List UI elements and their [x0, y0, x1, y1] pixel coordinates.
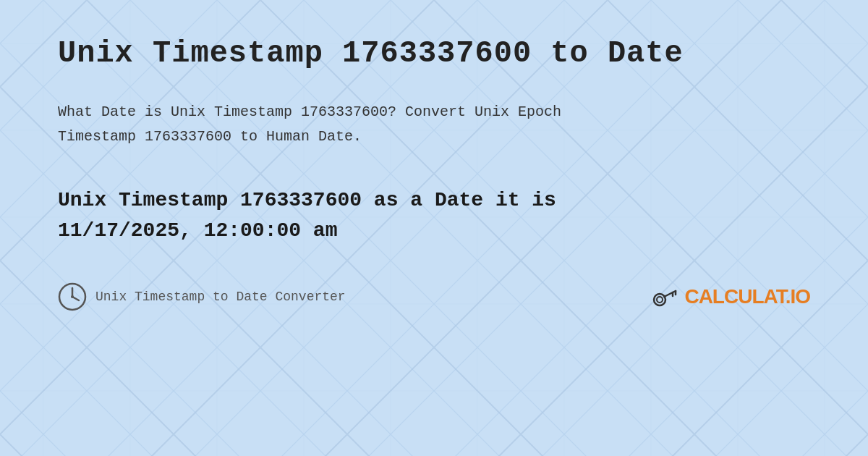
description-line2: Timestamp 1763337600 to Human Date.	[58, 128, 362, 145]
calculatio-logo: CALCULAT.IO	[652, 284, 810, 310]
page-title: Unix Timestamp 1763337600 to Date	[58, 36, 810, 71]
logo-text: CALCULAT.IO	[684, 285, 810, 308]
calculatio-logo-icon	[652, 284, 678, 310]
clock-icon	[58, 282, 87, 311]
footer-left[interactable]: Unix Timestamp to Date Converter	[58, 282, 346, 311]
result-line1: Unix Timestamp 1763337600 as a Date it i…	[58, 189, 556, 211]
svg-point-16	[657, 297, 663, 303]
logo-prefix: CALCULAT	[684, 285, 785, 308]
svg-line-17	[664, 291, 676, 297]
result-text: Unix Timestamp 1763337600 as a Date it i…	[58, 185, 810, 246]
svg-point-14	[71, 295, 74, 298]
svg-point-15	[654, 294, 665, 305]
result-section: Unix Timestamp 1763337600 as a Date it i…	[58, 185, 810, 246]
result-line2: 11/17/2025, 12:00:00 am	[58, 219, 337, 242]
logo-suffix: .IO	[786, 285, 810, 308]
description-text: What Date is Unix Timestamp 1763337600? …	[58, 100, 709, 149]
footer: Unix Timestamp to Date Converter CALCULA…	[58, 282, 810, 311]
description-line1: What Date is Unix Timestamp 1763337600? …	[58, 104, 561, 120]
footer-link-text[interactable]: Unix Timestamp to Date Converter	[95, 290, 346, 304]
